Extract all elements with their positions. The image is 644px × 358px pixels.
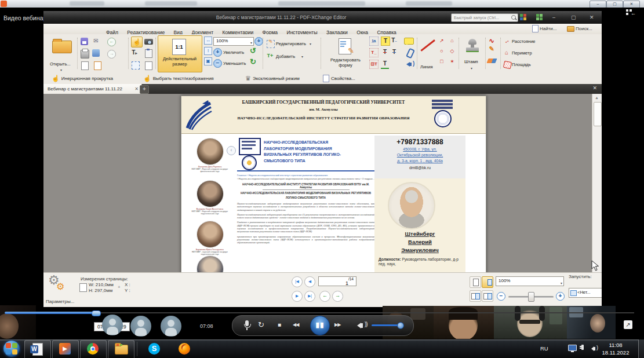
- prev-page-button[interactable]: ◀: [304, 276, 315, 287]
- area-tool-icon[interactable]: [503, 61, 512, 69]
- caret-text-icon[interactable]: Т: [390, 48, 398, 56]
- text-box-icon[interactable]: T_: [369, 48, 379, 57]
- view-forward-button[interactable]: →: [332, 291, 343, 302]
- firefox-icon[interactable]: [172, 340, 197, 358]
- stop-button[interactable]: ■: [278, 322, 281, 328]
- actual-size-button[interactable]: 1:1 Действительный размер: [158, 35, 202, 72]
- snapshot-camera-icon[interactable]: [144, 39, 153, 45]
- perimeter-tool-icon[interactable]: ⌂: [503, 49, 510, 56]
- editor-close-icon[interactable]: ✕: [590, 14, 594, 21]
- zoom-slider-knob[interactable]: [528, 292, 534, 302]
- find-button[interactable]: Найти...: [532, 25, 557, 32]
- gear-small-icon[interactable]: ⚙: [56, 281, 64, 292]
- text-frame-icon[interactable]: ⊡T: [369, 60, 379, 69]
- squiggly-text-icon[interactable]: T~: [390, 36, 398, 45]
- status-zoom-in-icon[interactable]: +: [556, 292, 565, 301]
- status-zoom-out-icon[interactable]: −: [497, 292, 505, 301]
- arrow-tool-icon[interactable]: ↗: [438, 36, 446, 45]
- tabbar-close-icon[interactable]: ✕: [592, 85, 597, 91]
- open-button[interactable]: Открыть... ▾: [46, 35, 77, 72]
- tray-language[interactable]: RU: [540, 345, 548, 352]
- word-icon[interactable]: W: [24, 340, 50, 358]
- scrollbar-thumb[interactable]: [594, 102, 602, 126]
- eraser-tool-icon[interactable]: [486, 59, 497, 63]
- rectangle-tool-icon[interactable]: □: [438, 57, 446, 65]
- attach-file-icon[interactable]: [406, 48, 415, 59]
- pencil-tool-icon[interactable]: ∿: [487, 36, 496, 45]
- status-zoom-combo[interactable]: 100% ▾: [496, 276, 564, 286]
- player-playlist-icon[interactable]: ←: [626, 9, 636, 17]
- email-icon[interactable]: ✉: [92, 37, 100, 45]
- start-button[interactable]: [3, 341, 20, 357]
- document-tab[interactable]: Вебинар с магистрантами 11.11.22 ✕: [43, 84, 142, 94]
- select-text-icon[interactable]: T▸: [130, 49, 139, 57]
- first-page-button[interactable]: |◀: [292, 276, 303, 287]
- fit-visible-icon[interactable]: ▣: [204, 57, 212, 65]
- add-content-icon[interactable]: T+: [266, 52, 274, 60]
- line-tool-label[interactable]: Линия: [420, 64, 433, 70]
- continuous-layout-button[interactable]: [482, 276, 493, 288]
- export-icon[interactable]: [81, 61, 89, 70]
- explorer-icon[interactable]: [108, 340, 133, 358]
- area-label[interactable]: Площадь: [512, 62, 531, 67]
- last-page-button[interactable]: ▶|: [304, 291, 315, 302]
- quick-launch-input[interactable]: Быстрый запуск (Ctrl...: [451, 13, 518, 22]
- edit-content-label[interactable]: Редактировать: [276, 41, 306, 46]
- exclusive-mode-button[interactable]: ♛ Эксклюзивный режим: [245, 75, 300, 82]
- license-status-icon[interactable]: [520, 14, 527, 21]
- show-desktop-button[interactable]: [638, 339, 644, 358]
- polygon-tool-icon[interactable]: ⌂: [448, 36, 456, 45]
- scroll-up-icon[interactable]: ▲: [595, 96, 599, 100]
- microphone-icon[interactable]: [245, 320, 249, 326]
- volume-icon[interactable]: [354, 323, 361, 328]
- perimeter-label[interactable]: Периметр: [512, 50, 532, 56]
- draw-pencil-icon[interactable]: ✎: [487, 45, 496, 53]
- pentagon-tool-icon[interactable]: ◇: [448, 47, 456, 55]
- fit-width-icon[interactable]: ↕: [204, 47, 212, 55]
- zoom-out-label[interactable]: Уменьшить: [223, 61, 246, 66]
- history-back-icon[interactable]: ←: [107, 38, 116, 46]
- next-page-button[interactable]: ▶: [292, 291, 303, 302]
- distance-tool-icon[interactable]: ↔: [502, 36, 511, 46]
- properties-button[interactable]: Свойства...: [323, 75, 355, 82]
- network-icon[interactable]: [568, 345, 577, 351]
- single-page-layout-button[interactable]: [470, 276, 481, 288]
- layout-switch-icon[interactable]: [536, 14, 543, 21]
- view-back-button[interactable]: ←: [319, 291, 330, 302]
- print-icon[interactable]: [81, 50, 89, 59]
- two-page-layout-button[interactable]: [470, 290, 481, 302]
- parameters-label[interactable]: Параметры...: [46, 299, 74, 304]
- edit-form-button[interactable]: Редактировать форму: [323, 35, 368, 72]
- zoom-in-icon[interactable]: +: [213, 48, 222, 57]
- hand-tool-button[interactable]: ☝: [131, 36, 143, 48]
- highlight-text-icon[interactable]: T: [381, 36, 390, 46]
- clipboard-icon[interactable]: [145, 49, 152, 58]
- editor-maximize-icon[interactable]: ▢: [571, 14, 576, 21]
- line-tool-icon[interactable]: [420, 39, 435, 51]
- fit-page-icon[interactable]: ↔: [204, 36, 212, 45]
- editor-minimize-icon[interactable]: –: [552, 14, 555, 21]
- add-content-label[interactable]: Добавить: [276, 54, 295, 59]
- volume-slider-knob[interactable]: [397, 322, 404, 329]
- edit-content-icon[interactable]: [267, 40, 275, 48]
- stamp-button[interactable]: Штамп ▾: [460, 35, 485, 72]
- page-number-field[interactable]: 1/14: [318, 276, 356, 286]
- rotate-right-icon[interactable]: ↻: [250, 57, 256, 66]
- strikeout-text-icon[interactable]: Т: [381, 48, 389, 56]
- zoom-level-combo[interactable]: 100% ▾: [213, 37, 254, 46]
- tab-close-icon[interactable]: ✕: [134, 84, 139, 94]
- power-plug-icon[interactable]: [581, 345, 584, 350]
- new-tab-button[interactable]: +: [140, 85, 149, 94]
- select-region-icon[interactable]: [132, 61, 140, 70]
- sound-comment-icon[interactable]: [404, 62, 410, 67]
- page-search-icon[interactable]: [145, 61, 152, 70]
- cloud-tool-icon[interactable]: ✶: [448, 57, 456, 65]
- pause-button[interactable]: ▮▮: [310, 316, 330, 335]
- two-page-continuous-button[interactable]: [482, 290, 493, 302]
- rotate-left-icon[interactable]: ↺: [250, 46, 256, 55]
- select-fields-icon[interactable]: I̲a: [369, 36, 379, 46]
- skype-icon[interactable]: S: [141, 340, 167, 358]
- underline-text-icon[interactable]: T: [381, 60, 389, 69]
- media-player-icon[interactable]: ▶: [52, 340, 78, 358]
- progress-bar-knob[interactable]: [92, 310, 101, 316]
